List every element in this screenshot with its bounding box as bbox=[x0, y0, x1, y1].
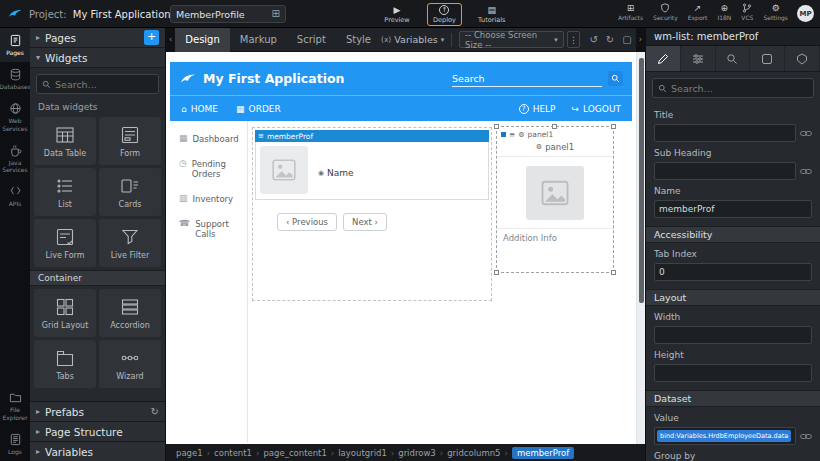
events-tab[interactable] bbox=[785, 46, 820, 71]
selection-anchor[interactable] bbox=[501, 132, 506, 137]
pages-section-header[interactable]: ▸ Pages + bbox=[30, 28, 165, 48]
breadcrumb-item-page1[interactable]: page1 bbox=[176, 448, 210, 458]
search-tab[interactable] bbox=[716, 46, 751, 71]
panel-widget[interactable]: ≡ ⚙ panel1 ⚙ panel1 bbox=[496, 126, 614, 273]
prefabs-section-header[interactable]: ▸ Prefabs ↻ bbox=[30, 401, 165, 421]
rail-item-file-explorer[interactable]: File Explorer bbox=[0, 385, 30, 426]
widget-search-input[interactable] bbox=[55, 79, 153, 90]
scrollbar-thumb[interactable] bbox=[639, 58, 644, 303]
rail-item-apis[interactable]: APIs bbox=[0, 179, 30, 213]
artifacts-button[interactable]: ⊞ Artifacts bbox=[618, 3, 643, 21]
panel-image-placeholder[interactable] bbox=[526, 166, 584, 220]
drag-handle-icon[interactable]: ≡ bbox=[258, 132, 264, 140]
menu-item-inventory[interactable]: ▥ Inventory bbox=[170, 187, 247, 212]
dataset-value-input[interactable]: bind:Variables.HrdbEmployeeData.data bbox=[654, 427, 796, 445]
properties-tab[interactable] bbox=[646, 46, 681, 71]
collapse-right-panel-button[interactable]: › bbox=[636, 28, 645, 52]
next-page-button[interactable]: Next › bbox=[343, 213, 387, 231]
breadcrumb-item-layoutgrid1[interactable]: layoutgrid1 bbox=[338, 448, 394, 458]
collapse-left-panel-button[interactable]: ‹ bbox=[166, 28, 175, 52]
dataset-binding-chip[interactable]: bind:Variables.HrdbEmployeeData.data bbox=[657, 430, 791, 442]
bind-property-icon[interactable] bbox=[800, 432, 812, 441]
bind-property-icon[interactable] bbox=[800, 167, 812, 176]
nav-help[interactable]: ? HELP bbox=[519, 104, 556, 114]
widget-tile-wizard[interactable]: Wizard bbox=[99, 340, 161, 388]
title-input[interactable] bbox=[654, 124, 796, 142]
undo-button[interactable]: ↺ bbox=[589, 34, 597, 45]
property-search-input[interactable] bbox=[671, 83, 808, 94]
user-avatar[interactable]: MP bbox=[797, 5, 814, 22]
security-button[interactable]: Security bbox=[653, 3, 678, 21]
redo-button[interactable]: ↻ bbox=[606, 34, 614, 45]
rail-item-logs[interactable]: Logs bbox=[0, 427, 30, 461]
refresh-prefabs-icon[interactable]: ↻ bbox=[151, 406, 159, 417]
tab-script[interactable]: Script bbox=[287, 28, 336, 52]
nav-order[interactable]: ▦ ORDER bbox=[236, 104, 281, 114]
previous-page-button[interactable]: ‹ Previous bbox=[277, 213, 337, 231]
breadcrumb-item-gridcolumn5[interactable]: gridcolumn5 bbox=[447, 448, 508, 458]
resize-handle[interactable] bbox=[494, 270, 499, 275]
fullscreen-button[interactable]: ▢ bbox=[622, 34, 631, 45]
panel-settings-icon[interactable]: ⚙ bbox=[518, 131, 524, 139]
tab-markup[interactable]: Markup bbox=[230, 28, 287, 52]
markup-tab[interactable] bbox=[750, 46, 785, 71]
resize-handle[interactable] bbox=[611, 270, 616, 275]
styles-tab[interactable] bbox=[681, 46, 716, 71]
widget-tile-form[interactable]: Form bbox=[99, 117, 161, 165]
list-item-template[interactable]: ◉ Name bbox=[255, 142, 489, 200]
rail-item-databases[interactable]: Databases bbox=[0, 62, 30, 96]
page-structure-section-header[interactable]: ▸ Page Structure bbox=[30, 421, 165, 441]
settings-button[interactable]: ⚙ Settings bbox=[763, 3, 788, 21]
widget-tile-live-filter[interactable]: Live Filter bbox=[99, 219, 161, 267]
breadcrumb-item-gridrow3[interactable]: gridrow3 bbox=[398, 448, 443, 458]
preview-button[interactable]: ▶ Preview bbox=[380, 5, 414, 24]
add-page-button[interactable]: + bbox=[144, 30, 159, 45]
app-search-field[interactable]: Search bbox=[452, 70, 602, 87]
menu-item-support-calls[interactable]: ☎ Support Calls bbox=[170, 212, 247, 247]
tab-style[interactable]: Style bbox=[336, 28, 381, 52]
widget-tile-list[interactable]: List bbox=[34, 168, 96, 216]
sub-heading-input[interactable] bbox=[654, 162, 796, 180]
height-input[interactable] bbox=[654, 364, 812, 382]
property-search[interactable] bbox=[652, 78, 814, 98]
screen-size-select[interactable]: -- Choose Screen Size -- ▾ bbox=[459, 31, 564, 48]
pages-grid-icon[interactable]: ⊞ bbox=[272, 9, 280, 19]
panel-title-bar[interactable]: ⚙ panel1 bbox=[497, 140, 613, 157]
rail-item-web-services[interactable]: Web Services bbox=[0, 96, 30, 137]
variables-dropdown[interactable]: (x) Variables ▾ bbox=[381, 34, 444, 45]
app-search-icon[interactable] bbox=[608, 71, 623, 86]
tab-design[interactable]: Design bbox=[175, 28, 230, 52]
more-options-button[interactable]: ⋮ bbox=[567, 31, 581, 48]
widget-search[interactable] bbox=[36, 74, 159, 94]
list-widget-selection[interactable]: ≡ memberProf ◉ Name bbox=[252, 127, 492, 301]
widget-tile-grid-layout[interactable]: Grid Layout bbox=[34, 289, 96, 337]
resize-handle[interactable] bbox=[494, 124, 499, 129]
variables-section-header[interactable]: ▸ Variables bbox=[30, 441, 165, 461]
menu-item-dashboard[interactable]: ▦ Dashboard bbox=[170, 127, 247, 152]
page-selector[interactable]: MemberProfile ⊞ bbox=[170, 5, 286, 23]
widget-tile-accordion[interactable]: Accordion bbox=[99, 289, 161, 337]
width-input[interactable] bbox=[654, 326, 812, 344]
widget-tile-data-table[interactable]: Data Table bbox=[34, 117, 96, 165]
canvas-app-header[interactable]: My First Application Search bbox=[170, 62, 632, 95]
widgets-section-header[interactable]: ▾ Widgets bbox=[30, 48, 165, 68]
vcs-button[interactable]: VCS bbox=[741, 3, 753, 21]
breadcrumb-item-memberprof[interactable]: memberProf bbox=[512, 447, 574, 459]
list-widget-header[interactable]: ≡ memberProf bbox=[255, 130, 489, 142]
i18n-button[interactable]: ⊕ I18N bbox=[717, 3, 731, 21]
widget-tile-tabs[interactable]: Tabs bbox=[34, 340, 96, 388]
app-title[interactable]: My First Application bbox=[203, 71, 446, 86]
menu-item-pending-orders[interactable]: ◷ Pending Orders bbox=[170, 152, 247, 187]
list-item-name[interactable]: ◉ Name bbox=[318, 146, 354, 195]
resize-handle[interactable] bbox=[611, 124, 616, 129]
tab-index-input[interactable] bbox=[654, 263, 812, 281]
deploy-button[interactable]: ↑ Deploy bbox=[427, 3, 462, 26]
nav-home[interactable]: ⌂ HOME bbox=[181, 104, 218, 114]
panel-drag-handle-icon[interactable]: ≡ bbox=[509, 130, 515, 139]
nav-logout[interactable]: ↪ LOGOUT bbox=[572, 104, 621, 114]
export-button[interactable]: ↗ Export bbox=[688, 3, 708, 21]
widget-tile-cards[interactable]: Cards bbox=[99, 168, 161, 216]
widget-tile-live-form[interactable]: Live Form bbox=[34, 219, 96, 267]
canvas-scrollbar[interactable] bbox=[636, 52, 645, 444]
design-canvas[interactable]: My First Application Search ⌂ HOME ▦ bbox=[166, 52, 645, 444]
